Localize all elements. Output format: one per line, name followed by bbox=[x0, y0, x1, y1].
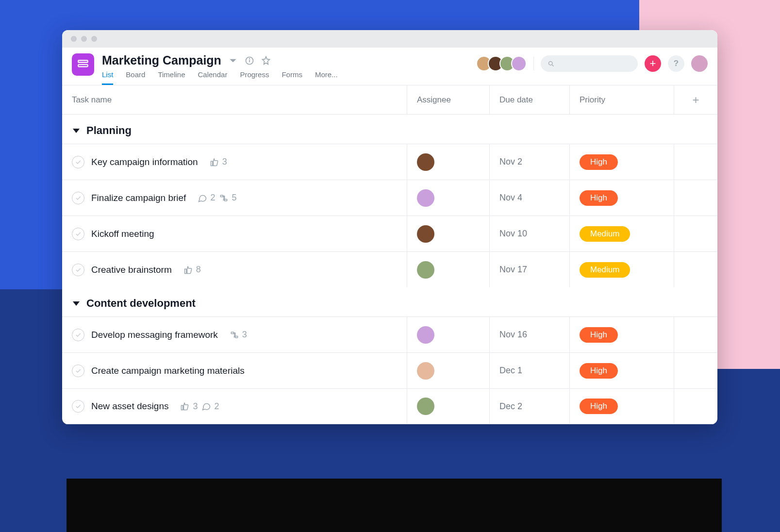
divider bbox=[533, 57, 534, 70]
column-task-name[interactable]: Task name bbox=[62, 95, 407, 105]
project-icon[interactable] bbox=[72, 53, 94, 76]
search-icon bbox=[548, 60, 555, 67]
window-minimize-dot[interactable] bbox=[81, 36, 87, 42]
priority-pill[interactable]: High bbox=[580, 327, 618, 343]
member-avatars[interactable] bbox=[476, 56, 527, 71]
assignee-avatar[interactable] bbox=[417, 225, 434, 243]
current-user-avatar[interactable] bbox=[691, 55, 708, 72]
priority-pill[interactable]: High bbox=[580, 399, 618, 414]
task-name: Kickoff meeting bbox=[91, 229, 154, 239]
row-extra-cell bbox=[674, 180, 717, 216]
due-date[interactable]: Dec 2 bbox=[499, 401, 522, 412]
window-zoom-dot[interactable] bbox=[91, 36, 97, 42]
row-extra-cell bbox=[674, 389, 717, 424]
row-extra-cell bbox=[674, 144, 717, 180]
section-header[interactable]: Planning bbox=[62, 115, 717, 144]
svg-line-8 bbox=[552, 65, 553, 66]
collapse-icon[interactable] bbox=[73, 301, 80, 306]
comment-count[interactable]: 2 bbox=[198, 193, 215, 203]
task-row[interactable]: Develop messaging framework3Nov 16High bbox=[62, 316, 717, 352]
row-extra-cell bbox=[674, 317, 717, 352]
info-icon[interactable] bbox=[245, 56, 254, 66]
view-tabs: ListBoardTimelineCalendarProgressFormsMo… bbox=[102, 70, 476, 85]
tab-list[interactable]: List bbox=[102, 70, 113, 85]
task-row[interactable]: Key campaign information3Nov 2High bbox=[62, 144, 717, 180]
collapse-icon[interactable] bbox=[73, 129, 80, 133]
due-date[interactable]: Nov 10 bbox=[499, 229, 527, 239]
section-name: Content development bbox=[86, 297, 196, 310]
like-count[interactable]: 8 bbox=[183, 265, 201, 275]
task-name: Create campaign marketing materials bbox=[91, 366, 245, 376]
comment-count[interactable]: 2 bbox=[201, 401, 219, 412]
complete-toggle[interactable] bbox=[72, 156, 84, 168]
tab-timeline[interactable]: Timeline bbox=[158, 70, 185, 85]
task-row[interactable]: Creative brainstorm8Nov 17Medium bbox=[62, 251, 717, 287]
due-date[interactable]: Nov 16 bbox=[499, 330, 527, 340]
task-row[interactable]: Kickoff meetingNov 10Medium bbox=[62, 216, 717, 251]
due-date[interactable]: Dec 1 bbox=[499, 366, 522, 376]
assignee-avatar[interactable] bbox=[417, 326, 434, 344]
tab-progress[interactable]: Progress bbox=[240, 70, 269, 85]
task-name: Creative brainstorm bbox=[91, 265, 172, 275]
assignee-avatar[interactable] bbox=[417, 362, 434, 380]
task-row[interactable]: Finalize campaign brief25Nov 4High bbox=[62, 180, 717, 216]
subtask-count[interactable]: 5 bbox=[219, 193, 236, 203]
svg-rect-0 bbox=[78, 60, 88, 62]
task-name: Develop messaging framework bbox=[91, 330, 218, 340]
tab-more[interactable]: More... bbox=[315, 70, 338, 85]
priority-pill[interactable]: High bbox=[580, 190, 618, 206]
task-name: New asset designs bbox=[91, 401, 168, 412]
complete-toggle[interactable] bbox=[72, 228, 84, 240]
column-due-date[interactable]: Due date bbox=[489, 85, 569, 114]
section-name: Planning bbox=[86, 124, 132, 137]
row-extra-cell bbox=[674, 252, 717, 287]
app-window: Marketing Campaign ListBoardTimelineCale… bbox=[62, 30, 717, 424]
column-assignee[interactable]: Assignee bbox=[407, 85, 489, 114]
priority-pill[interactable]: Medium bbox=[580, 262, 630, 278]
row-extra-cell bbox=[674, 216, 717, 251]
due-date[interactable]: Nov 4 bbox=[499, 193, 522, 203]
help-button[interactable]: ? bbox=[668, 55, 684, 72]
task-row[interactable]: New asset designs32Dec 2High bbox=[62, 388, 717, 424]
task-row[interactable]: Create campaign marketing materialsDec 1… bbox=[62, 352, 717, 388]
task-name: Finalize campaign brief bbox=[91, 193, 186, 203]
complete-toggle[interactable] bbox=[72, 365, 84, 377]
section-header[interactable]: Content development bbox=[62, 287, 717, 316]
column-priority[interactable]: Priority bbox=[569, 85, 674, 114]
due-date[interactable]: Nov 17 bbox=[499, 265, 527, 275]
complete-toggle[interactable] bbox=[72, 400, 84, 413]
member-avatar[interactable] bbox=[511, 56, 527, 71]
search-input[interactable] bbox=[541, 55, 638, 72]
svg-point-7 bbox=[549, 61, 553, 65]
task-name: Key campaign information bbox=[91, 157, 198, 167]
svg-point-6 bbox=[249, 58, 249, 59]
star-icon[interactable] bbox=[261, 56, 271, 66]
svg-rect-1 bbox=[78, 65, 88, 66]
add-column-button[interactable]: + bbox=[674, 85, 717, 114]
complete-toggle[interactable] bbox=[72, 264, 84, 276]
tab-calendar[interactable]: Calendar bbox=[198, 70, 228, 85]
column-headers: Task name Assignee Due date Priority + bbox=[62, 85, 717, 115]
complete-toggle[interactable] bbox=[72, 329, 84, 341]
project-title[interactable]: Marketing Campaign bbox=[102, 53, 221, 67]
like-count[interactable]: 3 bbox=[180, 401, 198, 412]
window-close-dot[interactable] bbox=[71, 36, 77, 42]
assignee-avatar[interactable] bbox=[417, 189, 434, 207]
priority-pill[interactable]: High bbox=[580, 363, 618, 379]
tab-forms[interactable]: Forms bbox=[282, 70, 302, 85]
due-date[interactable]: Nov 2 bbox=[499, 157, 522, 167]
like-count[interactable]: 3 bbox=[210, 157, 227, 167]
priority-pill[interactable]: High bbox=[580, 154, 618, 170]
complete-toggle[interactable] bbox=[72, 192, 84, 204]
assignee-avatar[interactable] bbox=[417, 398, 434, 415]
project-dropdown-icon[interactable] bbox=[228, 56, 238, 66]
window-titlebar bbox=[62, 30, 717, 48]
priority-pill[interactable]: Medium bbox=[580, 226, 630, 242]
project-header: Marketing Campaign ListBoardTimelineCale… bbox=[62, 48, 717, 85]
global-add-button[interactable]: + bbox=[645, 55, 661, 72]
assignee-avatar[interactable] bbox=[417, 153, 434, 171]
assignee-avatar[interactable] bbox=[417, 261, 434, 279]
row-extra-cell bbox=[674, 353, 717, 388]
tab-board[interactable]: Board bbox=[126, 70, 145, 85]
subtask-count[interactable]: 3 bbox=[230, 330, 247, 340]
